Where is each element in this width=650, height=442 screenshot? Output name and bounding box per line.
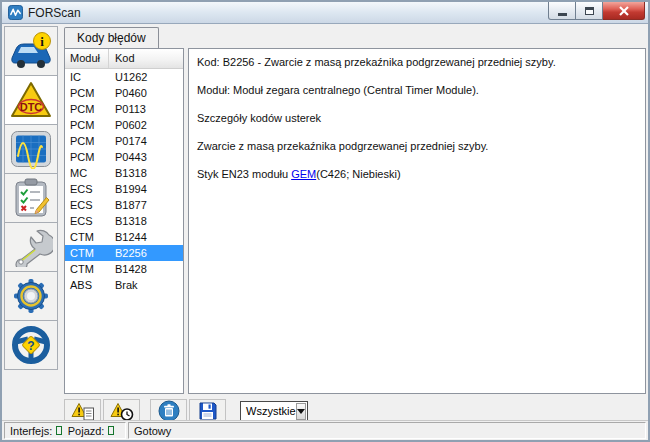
code-cell: B1877 [109, 197, 183, 213]
module-cell: CTM [65, 229, 109, 245]
table-row[interactable]: ECSB1318 [65, 213, 183, 229]
interface-label: Interfejs: [10, 425, 52, 437]
maximize-icon [585, 7, 594, 15]
sidebar: i DTC [4, 26, 60, 424]
car-info-icon: i [9, 31, 53, 71]
steering-wheel-question-icon: ? [9, 325, 53, 365]
table-row[interactable]: PCMP0113 [65, 101, 183, 117]
sidebar-item-tests[interactable] [4, 173, 58, 223]
table-row[interactable]: MCB1318 [65, 165, 183, 181]
details-paragraph: Zwarcie z masą przekaźnika podgrzewanej … [197, 139, 637, 153]
code-cell: P0174 [109, 133, 183, 149]
tab-label: Kody błędów [77, 31, 146, 45]
sidebar-item-service[interactable] [4, 222, 58, 272]
dtc-warning-triangle-icon: DTC [9, 80, 53, 120]
warning-document-icon [71, 402, 95, 421]
table-row[interactable]: PCMP0602 [65, 117, 183, 133]
code-cell: Brak [109, 277, 183, 293]
title-bar: FORScan [2, 2, 648, 24]
module-cell: ECS [65, 213, 109, 229]
module-cell: ECS [65, 197, 109, 213]
warning-clock-icon [110, 402, 134, 421]
module-cell: IC [65, 69, 109, 85]
table-row[interactable]: PCMP0460 [65, 85, 183, 101]
trash-icon [158, 400, 180, 422]
code-cell: B1318 [109, 213, 183, 229]
code-cell: B2256 [109, 245, 183, 261]
wrench-icon [9, 227, 53, 267]
column-header-module[interactable]: Moduł [65, 49, 109, 68]
window-title: FORScan [28, 6, 81, 20]
code-cell: B1244 [109, 229, 183, 245]
vehicle-label: Pojazd: [68, 425, 105, 437]
tab-error-codes[interactable]: Kody błędów [64, 27, 159, 48]
table-row[interactable]: CTMB1428 [65, 261, 183, 277]
sidebar-item-vehicle-info[interactable]: i [4, 26, 58, 76]
svg-text:i: i [40, 34, 44, 49]
code-cell: B1428 [109, 261, 183, 277]
code-cell: B1318 [109, 165, 183, 181]
status-message-panel: Gotowy [128, 422, 646, 439]
column-header-code[interactable]: Kod [109, 49, 183, 68]
sidebar-item-help[interactable]: ? [4, 320, 58, 370]
table-row[interactable]: ICU1262 [65, 69, 183, 85]
sidebar-item-dtc[interactable]: DTC [4, 75, 58, 125]
module-cell: ABS [65, 277, 109, 293]
details-paragraph: Kod: B2256 - Zwarcie z masą przekaźnika … [197, 55, 637, 69]
code-cell: P0443 [109, 149, 183, 165]
maximize-button[interactable] [576, 2, 603, 20]
svg-text:DTC: DTC [20, 101, 43, 113]
svg-text:?: ? [27, 339, 34, 353]
sidebar-item-oscilloscope[interactable] [4, 124, 58, 174]
connection-status-panel: Interfejs: Pojazd: [4, 422, 126, 439]
code-cell: P0460 [109, 85, 183, 101]
close-icon [618, 6, 630, 16]
module-cell: MC [65, 165, 109, 181]
module-cell: PCM [65, 85, 109, 101]
interface-status-led [56, 426, 62, 435]
dtc-filter-value: Wszystkie [246, 405, 296, 417]
minimize-button[interactable] [548, 2, 576, 20]
module-cell: PCM [65, 101, 109, 117]
module-cell: PCM [65, 133, 109, 149]
table-row[interactable]: ECSB1994 [65, 181, 183, 197]
dtc-table-header: Moduł Kod [65, 49, 183, 69]
code-cell: U1262 [109, 69, 183, 85]
gem-module-link[interactable]: GEM [291, 168, 316, 180]
details-paragraph: Szczegóły kodów usterek [197, 111, 637, 125]
table-row[interactable]: ECSB1877 [65, 197, 183, 213]
module-cell: PCM [65, 117, 109, 133]
save-floppy-icon [198, 402, 217, 421]
tab-bar: Kody błędów [64, 26, 646, 48]
details-paragraph: Moduł: Moduł zegara centralnego (Central… [197, 83, 637, 97]
status-text: Gotowy [134, 425, 171, 437]
sidebar-item-configuration[interactable] [4, 271, 58, 321]
table-row[interactable]: CTMB1244 [65, 229, 183, 245]
vehicle-status-led [108, 426, 114, 435]
status-bar: Interfejs: Pojazd: Gotowy [2, 420, 648, 440]
dtc-table: Moduł Kod ICU1262PCMP0460PCMP0113PCMP060… [64, 48, 184, 394]
table-row[interactable]: PCMP0443 [65, 149, 183, 165]
table-row[interactable]: CTMB2256 [65, 245, 183, 261]
module-cell: PCM [65, 149, 109, 165]
oscilloscope-wave-icon [9, 129, 53, 169]
code-cell: P0602 [109, 117, 183, 133]
details-paragraph: Styk EN23 modułu GEM(C426; Niebieski) [197, 167, 637, 181]
dtc-details: Kod: B2256 - Zwarcie z masą przekaźnika … [188, 48, 646, 394]
code-cell: B1994 [109, 181, 183, 197]
table-row[interactable]: PCMP0174 [65, 133, 183, 149]
code-cell: P0113 [109, 101, 183, 117]
table-row[interactable]: ABSBrak [65, 277, 183, 293]
dtc-filter-dropdown[interactable]: Wszystkie [240, 401, 308, 422]
gear-icon [9, 276, 53, 316]
module-cell: ECS [65, 181, 109, 197]
tests-checklist-pencil-icon [9, 178, 53, 218]
minimize-icon [558, 13, 567, 16]
module-cell: CTM [65, 261, 109, 277]
dtc-table-body: ICU1262PCMP0460PCMP0113PCMP0602PCMP0174P… [65, 69, 183, 393]
app-logo-icon [8, 5, 23, 20]
chevron-down-icon [296, 403, 307, 420]
close-button[interactable] [603, 2, 645, 20]
module-cell: CTM [65, 245, 109, 261]
forscan-window: FORScan i [0, 0, 650, 442]
